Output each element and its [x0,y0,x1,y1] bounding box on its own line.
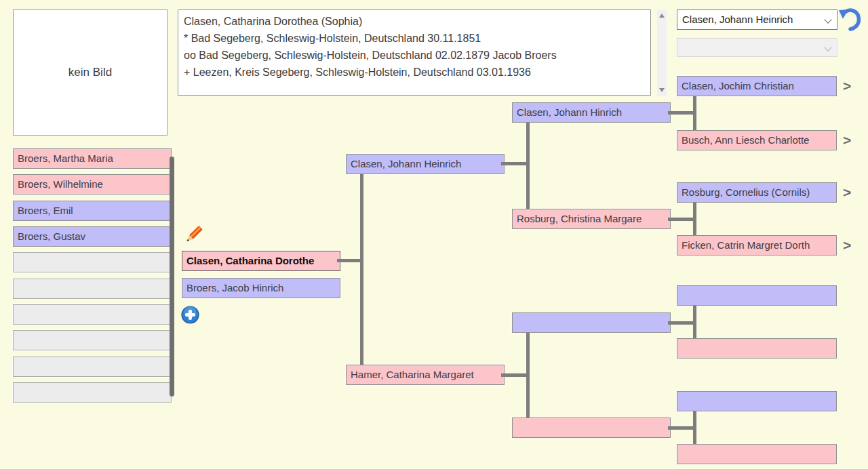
sibling-box[interactable]: Broers, Martha Maria [13,148,172,169]
connector-line [668,218,696,221]
sibling-box[interactable]: Broers, Wilhelmine [13,174,172,195]
connector-line [668,426,696,430]
connector-line [501,162,530,165]
person-info-panel: Clasen, Catharina Dorothea (Sophia) * Ba… [178,9,651,96]
add-person-icon[interactable] [181,306,199,324]
undo-icon[interactable] [837,5,863,33]
connector-line [693,306,696,338]
connector-line [668,111,696,115]
photo-placeholder-label: kein Bild [68,66,112,79]
photo-placeholder: kein Bild [13,9,167,136]
sibling-empty-slot [13,304,172,325]
great-grandparent-box [677,444,837,464]
connector-line [693,96,696,130]
sibling-empty-slot [13,382,172,403]
info-line-death: + Leezen, Kreis Segeberg, Schleswig-Hols… [184,64,650,81]
sibling-empty-slot [13,330,172,350]
great-grandparent-box[interactable]: Clasen, Jochim Christian [677,76,837,96]
chevron-down-icon [824,43,831,51]
person-select[interactable]: Clasen, Johann Heinrich [677,9,837,30]
connector-line [360,174,363,365]
secondary-select[interactable] [677,38,837,57]
expand-ancestors-button[interactable]: > [843,77,859,95]
grandmother-paternal-box[interactable]: Rosburg, Christina Margare [512,209,671,229]
sibling-list-scrollbar[interactable] [170,157,174,396]
info-scrollbar[interactable] [657,9,667,96]
scroll-down-icon[interactable] [659,88,665,92]
connector-line [501,373,530,377]
mother-box[interactable]: Hamer, Catharina Margaret [346,365,505,385]
chevron-down-icon [824,16,831,23]
family-tree-view: kein Bild Clasen, Catharina Dorothea (So… [0,0,868,469]
connector-line [693,203,696,235]
person-select-value: Clasen, Johann Heinrich [682,14,793,25]
sibling-empty-slot [13,279,172,299]
spouse-box[interactable]: Broers, Jacob Hinrich [182,278,340,298]
father-box[interactable]: Clasen, Johann Heinrich [346,154,505,174]
expand-ancestors-button[interactable]: > [843,237,859,254]
info-line-name: Clasen, Catharina Dorothea (Sophia) [184,13,650,30]
info-line-birth: * Bad Segeberg, Schleswig-Holstein, Deut… [184,30,650,47]
expand-ancestors-button[interactable]: > [843,131,859,149]
edit-pencil-icon[interactable] [183,224,203,245]
sibling-box[interactable]: Broers, Gustav [13,226,172,247]
grandmother-maternal-box [512,417,671,438]
great-grandparent-box [677,391,837,411]
info-line-marriage: oo Bad Segeberg, Schleswig-Holstein, Deu… [184,47,650,64]
grandfather-maternal-box [512,312,671,333]
great-grandparent-box[interactable]: Busch, Ann Liesch Charlotte [677,130,837,150]
connector-line [526,123,530,209]
connector-line [526,333,530,417]
great-grandparent-box[interactable]: Rosburg, Cornelius (Cornils) [677,182,837,203]
sibling-empty-slot [13,356,172,377]
sibling-box[interactable]: Broers, Emil [13,201,172,221]
connector-line [668,321,696,325]
sibling-empty-slot [13,252,172,272]
great-grandparent-box [677,285,837,306]
connector-line [693,411,696,444]
scroll-up-icon[interactable] [659,14,665,18]
center-person-box[interactable]: Clasen, Catharina Dorothe [182,251,340,271]
great-grandparent-box [677,338,837,359]
expand-ancestors-button[interactable]: > [843,184,859,201]
great-grandparent-box[interactable]: Ficken, Catrin Margret Dorth [677,235,837,256]
grandfather-paternal-box[interactable]: Clasen, Johann Hinrich [512,102,671,123]
